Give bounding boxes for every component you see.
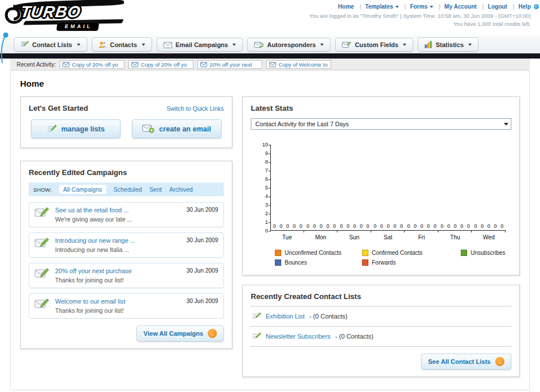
logo-subtext: EMAIL: [57, 22, 99, 30]
campaign-subtitle: Thanks for joining our list!: [55, 277, 177, 284]
y-axis-tick: 4: [265, 194, 268, 199]
contact-activity-chart: 109876543210 0 0 0 0 00 0 0 0 00 0 0 0 0…: [251, 145, 511, 266]
y-axis-tick: 10: [262, 142, 268, 148]
blue-swoosh-decoration: [0, 32, 11, 64]
manage-lists-button[interactable]: manage lists: [31, 119, 121, 138]
stats-period-dropdown[interactable]: Contact Activity for the Last 7 Days: [251, 118, 511, 130]
y-axis-tick: 5: [265, 185, 268, 191]
legend-item: Bounces: [275, 259, 362, 266]
contact-list-row[interactable]: Exhibition List - (0 Contacts): [251, 306, 511, 327]
chart-value-labels: 0 0 0 0 0: [304, 223, 337, 230]
tab-statistics[interactable]: Statistics: [418, 37, 479, 52]
campaign-subtitle: Thanks for joining our list!: [55, 307, 177, 314]
recent-activity-item[interactable]: 20% off your next: [197, 60, 262, 69]
y-axis-tick: 7: [265, 168, 268, 173]
campaign-row[interactable]: Welcome to our email list Thanks for joi…: [29, 293, 224, 319]
envelope-icon: [131, 62, 138, 67]
tab-autoresponders[interactable]: Autoresponders: [247, 38, 331, 52]
campaign-date: 30 Jun 2009: [187, 237, 218, 243]
see-all-contact-lists-button[interactable]: See All Contact Lists →: [421, 354, 511, 370]
legend-swatch: [275, 250, 281, 256]
x-axis-label: Fri: [405, 232, 438, 240]
create-email-button[interactable]: create an email: [132, 119, 222, 138]
campaign-title-link[interactable]: See us at the retail food ...: [55, 207, 177, 214]
campaign-row[interactable]: 20% off your next purchase Thanks for jo…: [29, 263, 224, 288]
activity-item-label: 20% off your next: [209, 61, 252, 68]
activity-item-label: Copy of 20% off yo: [72, 61, 118, 68]
campaign-row[interactable]: Introducing our new range ... Introducin…: [29, 232, 224, 258]
campaign-title-link[interactable]: Introducing our new range ...: [55, 237, 177, 244]
nav-logout-label: Logout: [488, 3, 507, 10]
email-campaigns-icon: [164, 42, 172, 48]
main-content: Home Let's Get Started Switch to Quick L…: [11, 71, 529, 390]
y-axis-tick: 1: [265, 220, 268, 225]
tab-contacts[interactable]: Contacts: [92, 37, 152, 52]
legend-item: Forwards: [362, 259, 461, 266]
nav-logout-link[interactable]: Logout: [478, 3, 507, 10]
campaign-title-link[interactable]: 20% off your next purchase: [55, 267, 177, 274]
chevron-down-icon: [232, 44, 236, 46]
contact-list-count: - (0 Contacts): [309, 313, 348, 320]
turbo-email-app: TURBO EMAIL Home Templates Forms My Acco…: [0, 0, 540, 390]
contact-list-link[interactable]: Exhibition List: [266, 313, 305, 320]
nav-help-link[interactable]: Help: [509, 3, 531, 10]
statistics-icon: [425, 41, 432, 48]
nav-forms-label: Forms: [410, 3, 428, 10]
tab-label: Contact Lists: [32, 41, 72, 48]
nav-templates-link[interactable]: Templates: [356, 3, 399, 10]
campaign-list: See us at the retail food ... We're givi…: [29, 202, 224, 319]
nav-my-account-label: My Account: [444, 3, 476, 10]
campaign-title-link[interactable]: Welcome to our email list: [55, 298, 177, 305]
envelope-icon: [200, 62, 207, 67]
tab-label: Custom Fields: [355, 41, 398, 48]
filter-sent[interactable]: Sent: [149, 186, 162, 193]
nav-my-account-link[interactable]: My Account: [435, 3, 477, 10]
activity-item-label: Copy of 20% off yo: [141, 61, 187, 68]
tab-label: Statistics: [436, 41, 464, 48]
x-axis-label: Tue: [270, 232, 304, 240]
chart-column: 0 0 0 0 0: [438, 223, 472, 230]
activity-item-label: Copy of Welcome to: [278, 61, 327, 68]
recent-activity-item[interactable]: Copy of 20% off yo: [129, 60, 193, 69]
contact-list-link[interactable]: Newsletter Subscribers: [266, 333, 331, 340]
contact-lists-icon: [21, 41, 29, 48]
main-nav-tabs: Contact Lists Contacts Email Campaigns A…: [0, 36, 540, 53]
recent-activity-item[interactable]: Copy of 20% off yo: [60, 60, 125, 69]
nav-forms-link[interactable]: Forms: [401, 3, 433, 10]
envelope-icon: [269, 62, 276, 67]
logo[interactable]: TURBO EMAIL: [0, 0, 138, 34]
campaign-row[interactable]: See us at the retail food ... We're givi…: [29, 202, 224, 227]
page-title: Home: [20, 79, 522, 88]
x-axis-label: Sat: [371, 232, 405, 240]
top-nav: Home Templates Forms My Account Logout H…: [309, 3, 531, 10]
contact-list-row[interactable]: Newsletter Subscribers - (0 Contacts): [251, 327, 511, 347]
switch-to-quick-links[interactable]: Switch to Quick Links: [166, 105, 224, 112]
campaigns-panel-title: Recently Edited Campaigns: [29, 168, 224, 177]
chart-value-labels: 0 0 0 0 0: [271, 223, 304, 230]
tab-contact-lists[interactable]: Contact Lists: [14, 37, 87, 52]
view-all-campaigns-button[interactable]: View All Campaigns →: [137, 325, 224, 341]
recent-activity-item[interactable]: Copy of Welcome to: [266, 60, 331, 69]
chart-value-labels: 0 0 0 0 0: [438, 223, 472, 230]
arrow-right-icon: →: [208, 329, 217, 338]
nav-home-link[interactable]: Home: [338, 3, 354, 10]
recently-created-contact-lists-panel: Recently Created Contact Lists Exhibitio…: [242, 285, 520, 377]
manage-lists-label: manage lists: [61, 125, 105, 133]
chart-column: 0 0 0 0 0: [271, 223, 304, 230]
chart-column: 0 0 0 0 0: [338, 223, 371, 230]
filter-scheduled[interactable]: Scheduled: [114, 186, 142, 193]
nav-home-label: Home: [338, 3, 354, 10]
legend-item: Unsubscribes: [461, 250, 511, 256]
get-started-title: Let's Get Started: [29, 104, 88, 112]
recent-activity-bar: Recent Activity: Copy of 20% off yo Copy…: [11, 59, 529, 71]
chart-columns: 0 0 0 0 00 0 0 0 00 0 0 0 00 0 0 0 00 0 …: [271, 145, 506, 230]
chart-value-labels: 0 0 0 0 0: [338, 223, 371, 230]
y-axis-tick: 3: [265, 203, 268, 208]
email-edit-icon: [34, 207, 49, 219]
view-all-campaigns-label: View All Campaigns: [143, 330, 203, 337]
tab-email-campaigns[interactable]: Email Campaigns: [157, 38, 243, 52]
divider-bar: [0, 53, 540, 59]
tab-custom-fields[interactable]: Custom Fields: [335, 38, 413, 52]
filter-all-campaigns[interactable]: All Campaigns: [59, 185, 106, 194]
filter-archived[interactable]: Archived: [169, 186, 193, 193]
